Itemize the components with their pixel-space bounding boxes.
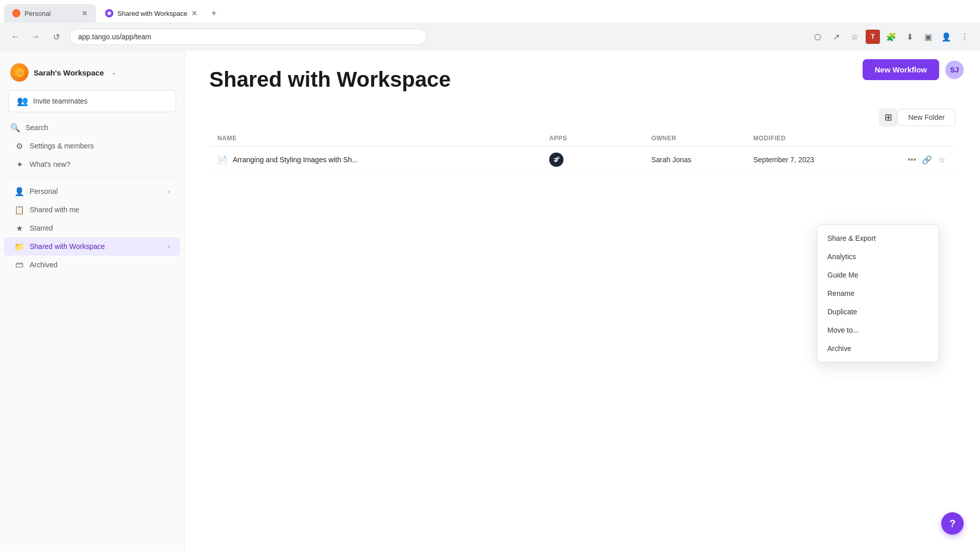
grid-view-button[interactable]: ⊞	[879, 108, 897, 127]
link-button[interactable]: 🔗	[921, 153, 932, 167]
tab-personal-close[interactable]: ✕	[82, 9, 88, 17]
search-label: Search	[26, 123, 48, 132]
dropdown-guide-me[interactable]: Guide Me	[817, 266, 939, 284]
tab-shared-icon	[105, 9, 113, 17]
invite-teammates-button[interactable]: 👥 Invite teammates	[8, 90, 176, 112]
sidebar-item-shared-with-me[interactable]: 📋 Shared with me	[4, 201, 180, 219]
new-tab-button[interactable]: +	[207, 6, 221, 20]
whats-new-icon: ✦	[14, 159, 24, 169]
puzzle-icon[interactable]: 🧩	[884, 30, 898, 44]
doc-icon: 📄	[217, 155, 228, 165]
personal-chevron-icon: ›	[168, 188, 170, 195]
extensions-icon[interactable]: ⬡	[811, 30, 825, 44]
invite-label: Invite teammates	[33, 97, 88, 105]
table-container: NAME APPS OWNER MODIFIED 📄 Arranging and…	[209, 131, 955, 173]
row-apps	[549, 153, 651, 167]
search-item[interactable]: 🔍 Search	[0, 118, 184, 137]
sidebar-item-shared-with-workspace[interactable]: 📁 Shared with Workspace ›	[4, 237, 180, 256]
shared-workspace-label: Shared with Workspace	[30, 242, 105, 251]
tab-shared-label: Shared with Workspace	[117, 10, 187, 17]
more-options-button[interactable]: •••	[906, 153, 917, 167]
address-bar[interactable]: app.tango.us/app/team	[69, 29, 427, 45]
row-name: 📄 Arranging and Styling Images with Sh..…	[217, 155, 549, 165]
col-owner: OWNER	[651, 135, 753, 142]
shared-with-me-icon: 📋	[14, 205, 24, 215]
view-toggle: ⊞	[879, 108, 897, 127]
row-owner: Sarah Jonas	[651, 156, 753, 164]
share-icon[interactable]: ↗	[829, 30, 843, 44]
sidebar: 🌼 Sarah's Workspace ⌄ 👥 Invite teammates…	[0, 51, 185, 551]
shared-with-me-label: Shared with me	[30, 206, 79, 214]
shared-workspace-icon: 📁	[14, 241, 24, 252]
forward-button[interactable]: →	[29, 30, 43, 44]
sidebar-item-personal[interactable]: 👤 Personal ›	[4, 182, 180, 201]
download-icon[interactable]: ⬇	[902, 30, 917, 44]
dropdown-archive[interactable]: Archive	[817, 339, 939, 358]
star-button[interactable]: ☆	[937, 153, 947, 167]
dropdown-move-to[interactable]: Move to...	[817, 321, 939, 339]
workspace-avatar: 🌼	[10, 63, 29, 82]
settings-label: Settings & members	[30, 142, 94, 150]
main-content: New Workflow SJ Shared with Workspace ⊞ …	[185, 51, 980, 551]
row-actions: ••• 🔗 ☆	[906, 153, 947, 167]
sidebar-item-settings[interactable]: ⚙ Settings & members	[4, 137, 180, 155]
menu-icon[interactable]: ⋮	[958, 30, 972, 44]
browser-toolbar: ← → ↺ app.tango.us/app/team ⬡ ↗ ☆ T 🧩 ⬇ …	[0, 22, 980, 51]
tab-personal[interactable]: 🔸 Personal ✕	[4, 4, 96, 22]
settings-icon: ⚙	[14, 141, 24, 151]
dropdown-menu: Share & Export Analytics Guide Me Rename…	[817, 224, 939, 362]
tango-ext-icon[interactable]: T	[866, 30, 880, 44]
col-apps: APPS	[549, 135, 651, 142]
sidebar-item-starred[interactable]: ★ Starred	[4, 219, 180, 237]
profile-icon[interactable]: 👤	[939, 30, 953, 44]
sidebar-item-archived[interactable]: 🗃 Archived	[4, 256, 180, 274]
address-text: app.tango.us/app/team	[78, 33, 151, 41]
bookmark-icon[interactable]: ☆	[847, 30, 862, 44]
table-row: 📄 Arranging and Styling Images with Sh..…	[209, 146, 955, 173]
sidebar-item-whats-new[interactable]: ✦ What's new?	[4, 155, 180, 173]
col-actions	[906, 135, 947, 142]
dropdown-rename[interactable]: Rename	[817, 284, 939, 303]
table-header: NAME APPS OWNER MODIFIED	[209, 131, 955, 146]
page-title: Shared with Workspace	[209, 67, 955, 92]
sidebar-divider-1	[8, 178, 176, 178]
workspace-name: Sarah's Workspace	[34, 68, 104, 77]
help-label: ?	[949, 518, 955, 530]
archived-icon: 🗃	[14, 260, 24, 270]
row-name-text: Arranging and Styling Images with Sh...	[233, 156, 358, 164]
browser-tabs: 🔸 Personal ✕ Shared with Workspace ✕ +	[0, 0, 980, 22]
help-button[interactable]: ?	[941, 512, 964, 535]
sidebar-toggle-icon[interactable]: ▣	[921, 30, 935, 44]
tab-shared[interactable]: Shared with Workspace ✕	[97, 4, 206, 22]
dropdown-duplicate[interactable]: Duplicate	[817, 303, 939, 321]
app-layout: 🌼 Sarah's Workspace ⌄ 👥 Invite teammates…	[0, 51, 980, 551]
content-toolbar: ⊞ New Folder	[209, 108, 955, 127]
refresh-button[interactable]: ↺	[49, 30, 63, 44]
personal-label: Personal	[30, 187, 58, 195]
tab-personal-label: Personal	[24, 10, 51, 17]
col-name: NAME	[217, 135, 549, 142]
search-icon: 🔍	[10, 122, 20, 133]
whats-new-label: What's new?	[30, 160, 70, 168]
tab-shared-close[interactable]: ✕	[191, 9, 198, 17]
steam-app-icon	[549, 153, 564, 167]
tab-personal-icon: 🔸	[12, 9, 20, 17]
new-folder-label: New Folder	[908, 113, 945, 121]
archived-label: Archived	[30, 261, 57, 269]
starred-icon: ★	[14, 223, 24, 233]
workspace-header[interactable]: 🌼 Sarah's Workspace ⌄	[0, 59, 184, 90]
browser-chrome: 🔸 Personal ✕ Shared with Workspace ✕ + ←…	[0, 0, 980, 51]
content-area: Shared with Workspace ⊞ New Folder NAME …	[185, 51, 980, 551]
back-button[interactable]: ←	[8, 30, 22, 44]
new-folder-button[interactable]: New Folder	[897, 109, 955, 126]
workspace-chevron-icon: ⌄	[111, 69, 116, 76]
shared-workspace-chevron-icon: ›	[168, 243, 170, 250]
toolbar-right: ⬡ ↗ ☆ T 🧩 ⬇ ▣ 👤 ⋮	[811, 30, 972, 44]
col-modified: MODIFIED	[753, 135, 906, 142]
invite-icon: 👥	[17, 95, 28, 107]
dropdown-share-export[interactable]: Share & Export	[817, 229, 939, 247]
personal-icon: 👤	[14, 186, 24, 196]
starred-label: Starred	[30, 224, 53, 232]
dropdown-analytics[interactable]: Analytics	[817, 247, 939, 266]
row-modified: September 7, 2023	[753, 156, 906, 164]
